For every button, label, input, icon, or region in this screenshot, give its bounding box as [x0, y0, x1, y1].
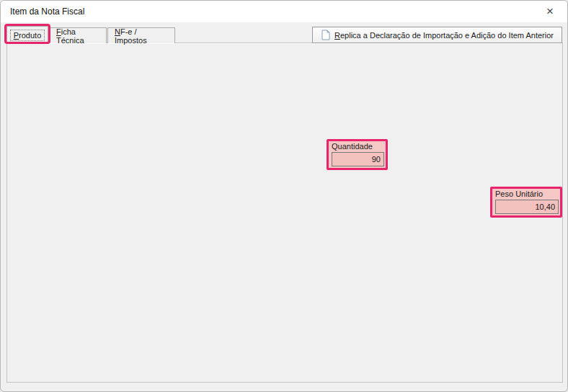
title-bar: Item da Nota Fiscal ×: [1, 1, 567, 22]
tab-nfe-impostos[interactable]: NF-e / Impostos: [107, 27, 175, 43]
tab-ficha-tecnica[interactable]: Ficha Técnica: [49, 27, 107, 43]
quantidade-value: 90: [372, 155, 381, 164]
item-nota-fiscal-dialog: Item da Nota Fiscal × Produto Ficha Técn…: [0, 0, 568, 392]
close-icon[interactable]: ×: [541, 3, 559, 20]
peso-unitario-highlight: Peso Unitário 10,40: [490, 187, 562, 218]
peso-unitario-label: Peso Unitário: [495, 190, 557, 198]
dialog-title: Item da Nota Fiscal: [10, 6, 84, 17]
quantidade-label: Quantidade: [332, 142, 383, 151]
quantidade-input[interactable]: 90: [332, 152, 384, 166]
document-icon: [321, 30, 331, 40]
tab-produto-label: Produto: [10, 30, 45, 41]
produto-tab-page: [6, 43, 563, 383]
replica-declaracao-button[interactable]: Replica a Declaração de Importação e Adi…: [312, 27, 562, 43]
peso-unitario-input[interactable]: 10,40: [495, 200, 559, 214]
peso-unitario-value: 10,40: [535, 202, 555, 211]
tab-nfe-impostos-label: NF-e / Impostos: [115, 27, 168, 45]
tab-produto[interactable]: Produto: [6, 26, 48, 44]
replica-button-label: Replica a Declaração de Importação e Adi…: [334, 31, 554, 40]
tab-ficha-tecnica-label: Ficha Técnica: [56, 27, 99, 45]
quantidade-highlight: Quantidade 90: [327, 139, 388, 170]
